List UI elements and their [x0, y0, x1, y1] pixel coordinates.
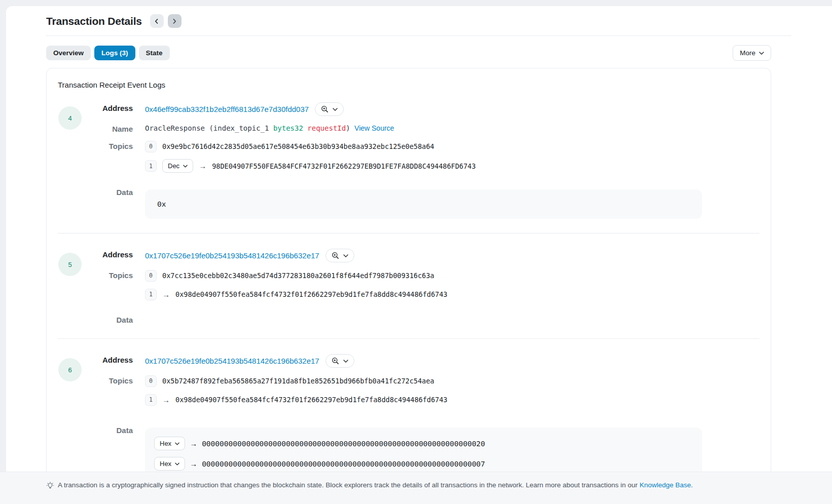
address-row: Address 0x1707c526e19fe0b254193b5481426c…	[86, 354, 759, 368]
address-link[interactable]: 0x1707c526e19fe0b254193b5481426c196b632e…	[145, 357, 319, 365]
main-page: Transaction Details Overview Logs (3) St…	[6, 6, 832, 472]
address-label: Address	[86, 354, 133, 364]
chevron-down-icon	[343, 254, 348, 257]
event-param-name: requestId	[303, 124, 346, 132]
topic-value: 0x98de04907f550fea584fcf4732f01f2662297e…	[175, 290, 447, 298]
log-index-badge: 4	[58, 106, 82, 130]
topic-index-badge: 1	[145, 160, 157, 172]
arrow-right-icon: →	[190, 439, 197, 448]
topic-index-badge: 0	[145, 375, 157, 387]
tab-logs[interactable]: Logs (3)	[94, 46, 135, 60]
topics-label: Topics	[86, 269, 133, 280]
arrow-right-icon: →	[162, 396, 170, 404]
topic-format-dropdown[interactable]: Dec	[162, 159, 193, 173]
data-box: 0x	[145, 189, 702, 219]
footer-tip: A transaction is a cryptographically sig…	[0, 472, 832, 504]
prev-transaction-button[interactable]	[150, 14, 164, 28]
magnifier-plus-icon	[321, 105, 329, 113]
data-word-value: 0000000000000000000000000000000000000000…	[202, 460, 485, 468]
topic-index-badge: 1	[145, 394, 157, 406]
topic-item: 1 Dec → 98DE04907F550FEA584FCF4732F01F26…	[145, 159, 759, 173]
topics-row: Topics 0 0x5b72487f892feba565865a27f191d…	[86, 375, 759, 412]
topic-value: 0x98de04907f550fea584fcf4732f01f2662297e…	[175, 396, 447, 404]
topics-row: Topics 0 0x7cc135e0cebb02c3480ae5d74d377…	[86, 269, 759, 307]
topic-index-badge: 1	[145, 289, 157, 300]
footer-text: A transaction is a cryptographically sig…	[58, 481, 693, 489]
magnifier-plus-icon	[332, 252, 339, 259]
next-transaction-button[interactable]	[168, 14, 182, 28]
log-entry-4: 4 Address 0x46eff99cab332f1b2eb2ff6813d6…	[58, 102, 759, 219]
address-link[interactable]: 0x1707c526e19fe0b254193b5481426c196b632e…	[145, 251, 319, 260]
chevron-left-icon	[154, 18, 160, 24]
tabs-bar: Overview Logs (3) State More	[46, 45, 771, 61]
event-name-prefix: OracleResponse (index_topic_1	[145, 124, 273, 132]
arrow-right-icon: →	[190, 459, 197, 468]
format-label: Hex	[160, 440, 171, 447]
data-word-value: 0000000000000000000000000000000000000000…	[202, 440, 485, 448]
topics-label: Topics	[86, 375, 133, 385]
address-row: Address 0x1707c526e19fe0b254193b5481426c…	[86, 249, 759, 262]
data-format-dropdown[interactable]: Hex	[154, 457, 185, 471]
view-source-link[interactable]: View Source	[354, 124, 394, 132]
log-entry-5: 5 Address 0x1707c526e19fe0b254193b548142…	[58, 249, 759, 324]
address-zoom-dropdown-button[interactable]	[315, 102, 344, 116]
topic-item: 0 0x9e9bc7616d42c2835d05ae617e508454e63b…	[145, 140, 759, 152]
topics-label: Topics	[86, 140, 133, 150]
arrow-right-icon: →	[162, 290, 170, 299]
topic-index-badge: 0	[145, 270, 157, 282]
topic-item: 1 → 0x98de04907f550fea584fcf4732f01f2662…	[145, 394, 759, 406]
data-word-row: Hex → 0000000000000000000000000000000000…	[154, 437, 693, 450]
chevron-down-icon	[175, 462, 179, 466]
log-index-badge: 6	[58, 358, 82, 381]
format-label: Dec	[168, 162, 179, 170]
topic-value: 98DE04907F550FEA584FCF4732F01F2662297EB9…	[212, 162, 476, 170]
name-label: Name	[86, 123, 133, 133]
topic-value: 0x9e9bc7616d42c2835d05ae617e508454e63b30…	[162, 142, 434, 150]
header-divider	[46, 35, 791, 36]
topics-row: Topics 0 0x9e9bc7616d42c2835d05ae617e508…	[86, 140, 759, 179]
topic-item: 1 → 0x98de04907f550fea584fcf4732f01f2662…	[145, 288, 759, 300]
topic-value: 0x5b72487f892feba565865a27f191da8fb1e852…	[162, 377, 434, 385]
chevron-down-icon	[343, 360, 348, 363]
page-header: Transaction Details	[46, 14, 771, 28]
topic-item: 0 0x5b72487f892feba565865a27f191da8fb1e8…	[145, 375, 759, 387]
name-row: Name OracleResponse (index_topic_1 bytes…	[86, 123, 759, 133]
chevron-down-icon	[175, 442, 179, 445]
log-index-badge: 5	[58, 253, 82, 276]
data-word-row: Hex → 0000000000000000000000000000000000…	[154, 457, 693, 471]
topic-value: 0x7cc135e0cebb02c3480ae5d74d377283180a26…	[162, 272, 434, 280]
address-label: Address	[86, 102, 133, 112]
topic-index-badge: 0	[145, 141, 157, 152]
log-divider	[58, 233, 759, 234]
topic-item: 0 0x7cc135e0cebb02c3480ae5d74d377283180a…	[145, 269, 759, 282]
chevron-right-icon	[171, 18, 177, 24]
event-param-type: bytes32	[273, 124, 303, 132]
data-value: 0x	[157, 200, 166, 208]
card-title: Transaction Receipt Event Logs	[58, 81, 759, 89]
arrow-right-icon: →	[199, 162, 206, 170]
data-format-dropdown[interactable]: Hex	[154, 437, 185, 450]
log-divider	[58, 338, 759, 339]
address-zoom-dropdown-button[interactable]	[325, 249, 354, 262]
tab-state[interactable]: State	[139, 46, 170, 60]
format-label: Hex	[160, 460, 171, 468]
data-row: Data	[86, 314, 759, 324]
more-dropdown-button[interactable]: More	[733, 45, 771, 61]
address-label: Address	[86, 249, 133, 259]
chevron-down-icon	[183, 165, 188, 168]
knowledge-base-link[interactable]: Knowledge Base	[639, 481, 691, 489]
address-zoom-dropdown-button[interactable]	[325, 354, 354, 368]
tab-overview[interactable]: Overview	[46, 46, 91, 60]
magnifier-plus-icon	[332, 357, 339, 365]
data-label: Data	[86, 314, 133, 324]
data-label: Data	[86, 424, 133, 435]
page-title: Transaction Details	[46, 15, 142, 27]
data-label: Data	[86, 186, 133, 197]
more-label: More	[740, 49, 755, 57]
chevron-down-icon	[333, 108, 338, 111]
chevron-down-icon	[759, 52, 764, 55]
event-logs-card: Transaction Receipt Event Logs 4 Address…	[46, 68, 771, 504]
address-row: Address 0x46eff99cab332f1b2eb2ff6813d67e…	[86, 102, 759, 116]
address-link[interactable]: 0x46eff99cab332f1b2eb2ff6813d67e7d30fdd0…	[145, 105, 309, 113]
event-name-suffix: )	[346, 124, 354, 132]
